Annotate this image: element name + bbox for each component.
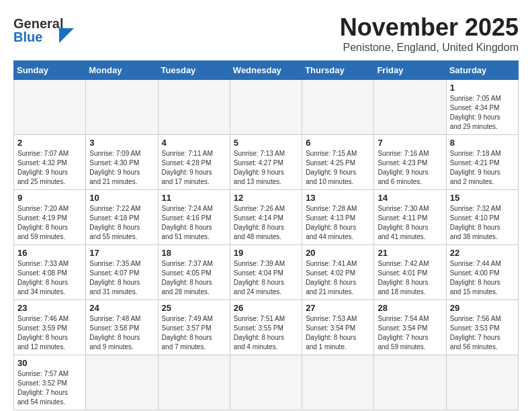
calendar-cell bbox=[302, 355, 374, 410]
day-number: 26 bbox=[234, 303, 298, 313]
day-number: 14 bbox=[378, 193, 442, 203]
day-info: Sunrise: 7:30 AM Sunset: 4:11 PM Dayligh… bbox=[378, 204, 442, 242]
calendar-cell bbox=[302, 80, 374, 135]
calendar-cell: 27Sunrise: 7:53 AM Sunset: 3:54 PM Dayli… bbox=[302, 300, 374, 355]
day-info: Sunrise: 7:07 AM Sunset: 4:32 PM Dayligh… bbox=[17, 149, 82, 187]
calendar-cell: 23Sunrise: 7:46 AM Sunset: 3:59 PM Dayli… bbox=[14, 300, 86, 355]
calendar-cell: 21Sunrise: 7:42 AM Sunset: 4:01 PM Dayli… bbox=[374, 245, 446, 300]
title-area: November 2025 Penistone, England, United… bbox=[340, 13, 519, 54]
calendar-cell: 16Sunrise: 7:33 AM Sunset: 4:08 PM Dayli… bbox=[14, 245, 86, 300]
col-header-friday: Friday bbox=[374, 61, 446, 80]
day-info: Sunrise: 7:11 AM Sunset: 4:28 PM Dayligh… bbox=[162, 149, 226, 187]
calendar-cell bbox=[374, 355, 446, 410]
day-info: Sunrise: 7:42 AM Sunset: 4:01 PM Dayligh… bbox=[378, 259, 442, 297]
calendar-cell: 30Sunrise: 7:57 AM Sunset: 3:52 PM Dayli… bbox=[14, 355, 86, 410]
day-info: Sunrise: 7:18 AM Sunset: 4:21 PM Dayligh… bbox=[450, 149, 515, 187]
calendar-cell: 28Sunrise: 7:54 AM Sunset: 3:54 PM Dayli… bbox=[374, 300, 446, 355]
day-info: Sunrise: 7:24 AM Sunset: 4:16 PM Dayligh… bbox=[162, 204, 226, 242]
calendar-table: SundayMondayTuesdayWednesdayThursdayFrid… bbox=[13, 60, 519, 410]
calendar-cell: 1Sunrise: 7:05 AM Sunset: 4:34 PM Daylig… bbox=[446, 80, 518, 135]
day-info: Sunrise: 7:51 AM Sunset: 3:55 PM Dayligh… bbox=[234, 314, 298, 352]
calendar-cell: 19Sunrise: 7:39 AM Sunset: 4:04 PM Dayli… bbox=[230, 245, 302, 300]
month-title: November 2025 bbox=[340, 13, 519, 42]
calendar-cell: 11Sunrise: 7:24 AM Sunset: 4:16 PM Dayli… bbox=[158, 190, 230, 245]
day-number: 15 bbox=[450, 193, 515, 203]
logo: General Blue bbox=[13, 13, 87, 46]
day-number: 12 bbox=[234, 193, 298, 203]
calendar-cell: 2Sunrise: 7:07 AM Sunset: 4:32 PM Daylig… bbox=[14, 135, 86, 190]
day-info: Sunrise: 7:37 AM Sunset: 4:05 PM Dayligh… bbox=[162, 259, 226, 297]
day-number: 22 bbox=[450, 248, 515, 258]
day-number: 9 bbox=[17, 193, 82, 203]
day-info: Sunrise: 7:32 AM Sunset: 4:10 PM Dayligh… bbox=[450, 204, 515, 242]
day-number: 8 bbox=[450, 138, 515, 148]
calendar-cell: 3Sunrise: 7:09 AM Sunset: 4:30 PM Daylig… bbox=[86, 135, 158, 190]
location-title: Penistone, England, United Kingdom bbox=[340, 42, 519, 54]
day-number: 28 bbox=[378, 303, 442, 313]
day-number: 13 bbox=[306, 193, 370, 203]
day-info: Sunrise: 7:16 AM Sunset: 4:23 PM Dayligh… bbox=[378, 149, 442, 187]
day-info: Sunrise: 7:53 AM Sunset: 3:54 PM Dayligh… bbox=[306, 314, 370, 352]
svg-marker-2 bbox=[59, 28, 74, 43]
day-number: 17 bbox=[89, 248, 154, 258]
day-info: Sunrise: 7:13 AM Sunset: 4:27 PM Dayligh… bbox=[234, 149, 298, 187]
calendar-cell: 29Sunrise: 7:56 AM Sunset: 3:53 PM Dayli… bbox=[446, 300, 518, 355]
svg-text:General: General bbox=[13, 16, 63, 31]
col-header-thursday: Thursday bbox=[302, 61, 374, 80]
calendar-cell bbox=[86, 355, 158, 410]
calendar-cell: 20Sunrise: 7:41 AM Sunset: 4:02 PM Dayli… bbox=[302, 245, 374, 300]
day-number: 10 bbox=[89, 193, 154, 203]
calendar-cell bbox=[158, 80, 230, 135]
day-info: Sunrise: 7:46 AM Sunset: 3:59 PM Dayligh… bbox=[17, 314, 82, 352]
calendar-cell bbox=[86, 80, 158, 135]
calendar-week-5: 23Sunrise: 7:46 AM Sunset: 3:59 PM Dayli… bbox=[14, 300, 519, 355]
day-info: Sunrise: 7:54 AM Sunset: 3:54 PM Dayligh… bbox=[378, 314, 442, 352]
day-info: Sunrise: 7:56 AM Sunset: 3:53 PM Dayligh… bbox=[450, 314, 515, 352]
calendar-cell: 12Sunrise: 7:26 AM Sunset: 4:14 PM Dayli… bbox=[230, 190, 302, 245]
calendar-cell: 6Sunrise: 7:15 AM Sunset: 4:25 PM Daylig… bbox=[302, 135, 374, 190]
calendar-cell: 9Sunrise: 7:20 AM Sunset: 4:19 PM Daylig… bbox=[14, 190, 86, 245]
calendar-cell: 22Sunrise: 7:44 AM Sunset: 4:00 PM Dayli… bbox=[446, 245, 518, 300]
day-info: Sunrise: 7:48 AM Sunset: 3:58 PM Dayligh… bbox=[89, 314, 154, 352]
day-number: 4 bbox=[162, 138, 226, 148]
logo-svg: General Blue bbox=[13, 13, 87, 46]
calendar-cell bbox=[446, 355, 518, 410]
calendar-week-2: 2Sunrise: 7:07 AM Sunset: 4:32 PM Daylig… bbox=[14, 135, 519, 190]
calendar-cell: 26Sunrise: 7:51 AM Sunset: 3:55 PM Dayli… bbox=[230, 300, 302, 355]
calendar-cell bbox=[374, 80, 446, 135]
day-number: 18 bbox=[162, 248, 226, 258]
day-info: Sunrise: 7:28 AM Sunset: 4:13 PM Dayligh… bbox=[306, 204, 370, 242]
day-number: 19 bbox=[234, 248, 298, 258]
day-number: 3 bbox=[89, 138, 154, 148]
day-info: Sunrise: 7:20 AM Sunset: 4:19 PM Dayligh… bbox=[17, 204, 82, 242]
day-number: 24 bbox=[89, 303, 154, 313]
day-number: 30 bbox=[17, 358, 82, 368]
day-info: Sunrise: 7:49 AM Sunset: 3:57 PM Dayligh… bbox=[162, 314, 226, 352]
calendar-week-6: 30Sunrise: 7:57 AM Sunset: 3:52 PM Dayli… bbox=[14, 355, 519, 410]
calendar-cell: 24Sunrise: 7:48 AM Sunset: 3:58 PM Dayli… bbox=[86, 300, 158, 355]
day-info: Sunrise: 7:22 AM Sunset: 4:18 PM Dayligh… bbox=[89, 204, 154, 242]
svg-text:Blue: Blue bbox=[13, 30, 42, 44]
col-header-tuesday: Tuesday bbox=[158, 61, 230, 80]
calendar-cell bbox=[158, 355, 230, 410]
calendar-cell: 18Sunrise: 7:37 AM Sunset: 4:05 PM Dayli… bbox=[158, 245, 230, 300]
day-info: Sunrise: 7:41 AM Sunset: 4:02 PM Dayligh… bbox=[306, 259, 370, 297]
calendar-cell bbox=[230, 80, 302, 135]
day-info: Sunrise: 7:26 AM Sunset: 4:14 PM Dayligh… bbox=[234, 204, 298, 242]
day-number: 27 bbox=[306, 303, 370, 313]
calendar-cell bbox=[230, 355, 302, 410]
page-header: General Blue November 2025 Penistone, En… bbox=[13, 13, 519, 54]
day-number: 7 bbox=[378, 138, 442, 148]
day-number: 16 bbox=[17, 248, 82, 258]
day-number: 5 bbox=[234, 138, 298, 148]
day-info: Sunrise: 7:57 AM Sunset: 3:52 PM Dayligh… bbox=[17, 369, 82, 407]
day-number: 21 bbox=[378, 248, 442, 258]
day-number: 1 bbox=[450, 83, 515, 93]
calendar-cell: 15Sunrise: 7:32 AM Sunset: 4:10 PM Dayli… bbox=[446, 190, 518, 245]
day-number: 6 bbox=[306, 138, 370, 148]
calendar-cell bbox=[14, 80, 86, 135]
col-header-saturday: Saturday bbox=[446, 61, 518, 80]
calendar-week-4: 16Sunrise: 7:33 AM Sunset: 4:08 PM Dayli… bbox=[14, 245, 519, 300]
calendar-cell: 7Sunrise: 7:16 AM Sunset: 4:23 PM Daylig… bbox=[374, 135, 446, 190]
col-header-wednesday: Wednesday bbox=[230, 61, 302, 80]
